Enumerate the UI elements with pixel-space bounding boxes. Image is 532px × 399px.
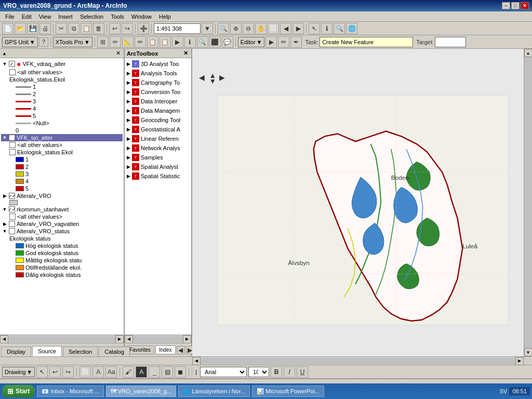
- start-button[interactable]: ⊞ Start: [2, 385, 35, 397]
- toc-layer-vfk-sjo[interactable]: ▼ ✓ VFK_sjo_alter: [1, 134, 123, 141]
- map-scroll-right[interactable]: ▶: [515, 357, 524, 365]
- forward-button[interactable]: ▶: [292, 23, 304, 34]
- toc-leg-5[interactable]: 5: [1, 112, 123, 119]
- map-vscrollbar[interactable]: ▲ ▼: [524, 49, 532, 356]
- atool-scroll-track[interactable]: [133, 336, 183, 342]
- toc-layer-vfk-vdraq[interactable]: ▼ ● VFK_vdraq_alter: [1, 59, 123, 69]
- magnify-button[interactable]: 🔍: [218, 23, 229, 34]
- bold-button[interactable]: B: [271, 366, 282, 378]
- scale-dropdown[interactable]: ▼: [202, 23, 213, 34]
- gps-unit-dropdown[interactable]: GPS Unit ▼: [2, 37, 38, 47]
- drawing-paint-btn[interactable]: 🖌: [123, 366, 134, 378]
- tb2-btn5[interactable]: 📋: [147, 36, 158, 48]
- drawing-rect-btn[interactable]: ⬜: [79, 366, 91, 378]
- toc-god[interactable]: God ekologisk status: [1, 249, 123, 257]
- menu-selection[interactable]: Selection: [77, 12, 107, 21]
- toc-leg-1[interactable]: 1: [1, 83, 123, 90]
- tab-selection[interactable]: Selection: [63, 347, 98, 356]
- tool-cartography[interactable]: ▶ T Cartography To: [126, 78, 190, 87]
- toc-ekologisk-2[interactable]: Ekologisk_status.Ekol: [1, 149, 123, 156]
- toc-alteralv-status[interactable]: ▼ Alteralv_VRO_status: [1, 228, 123, 235]
- open-button[interactable]: 📂: [15, 23, 26, 34]
- toc-dalig[interactable]: Dålig ekologisk status: [1, 271, 123, 278]
- menu-view[interactable]: View: [36, 12, 55, 21]
- tool-spatial-stats[interactable]: ▶ T Spatial Statistic: [126, 171, 190, 181]
- vscroll-down-btn[interactable]: ▼: [524, 348, 533, 356]
- menu-edit[interactable]: Edit: [19, 12, 35, 21]
- tool-geostatistical[interactable]: ▶ T Geostatistical A: [126, 125, 190, 134]
- tab-source[interactable]: Source: [32, 346, 62, 356]
- toc-cb-vagvatten[interactable]: [9, 221, 15, 227]
- toc-sjo-5[interactable]: 5: [1, 185, 123, 192]
- toc-all-other-3[interactable]: <all other values>: [1, 213, 123, 220]
- editor-pencil-btn[interactable]: ✏: [278, 36, 289, 48]
- map-scroll-track[interactable]: [201, 358, 515, 364]
- toc-scroll-left[interactable]: ◀: [0, 335, 8, 343]
- tb2-btn1[interactable]: ⊞: [97, 36, 109, 48]
- tb2-btn4[interactable]: ✏: [135, 36, 146, 48]
- tool-data-mgmt[interactable]: ▶ T Data Managem: [126, 106, 190, 115]
- tool-analysis[interactable]: ▶ T Analysis Tools: [126, 69, 190, 78]
- arctoolbox-tab-index[interactable]: Index: [155, 345, 175, 354]
- paste-button[interactable]: 📋: [81, 23, 92, 34]
- tb2-btn9[interactable]: 🔍: [197, 36, 208, 48]
- map-scroll-left[interactable]: ◀: [192, 357, 201, 365]
- toc-checkbox-vfk-vdraq[interactable]: [9, 61, 15, 67]
- toc-content[interactable]: ▼ ● VFK_vdraq_alter <all other values> E…: [0, 58, 124, 335]
- editor-play-btn[interactable]: ▶: [265, 36, 277, 48]
- menu-help[interactable]: Help: [156, 12, 174, 21]
- toc-cb-all3[interactable]: [9, 214, 16, 220]
- drawing-text-btn[interactable]: A: [92, 366, 104, 378]
- toc-sjo-3[interactable]: 3: [1, 170, 123, 178]
- map-viewport[interactable]: Boden Luleå Älvsbyn Piteå ◀ ▲ ▼ ▶: [192, 49, 524, 356]
- save-button[interactable]: 💾: [27, 23, 38, 34]
- drawing-redo-btn[interactable]: ↪: [62, 366, 74, 378]
- scale-input[interactable]: [154, 23, 201, 34]
- toc-leg-4[interactable]: 4: [1, 105, 123, 112]
- select-button[interactable]: ↖: [309, 23, 320, 34]
- toc-cb-rkommun[interactable]: ✓: [9, 206, 15, 212]
- toc-all-other-2[interactable]: <all other values>: [1, 141, 123, 149]
- xtools-dropdown[interactable]: XTools Pro ▼: [53, 37, 92, 47]
- font-name-select[interactable]: Arial: [200, 367, 247, 377]
- toc-cb-all2[interactable]: [9, 142, 16, 148]
- tool-data-interop[interactable]: ▶ T Data Interoper: [126, 97, 190, 106]
- toc-scroll-track[interactable]: [8, 336, 115, 342]
- tb2-btn11[interactable]: 💬: [222, 36, 233, 48]
- print-button[interactable]: 🖨: [39, 23, 51, 34]
- tool-3d-analyst[interactable]: ▶ T 3D Analyst Too: [126, 59, 190, 69]
- map-hscrollbar[interactable]: ◀ ▶: [0, 356, 532, 365]
- delete-button[interactable]: 🗑: [93, 23, 104, 34]
- tool-geocoding[interactable]: ▶ T Geocoding Tool: [126, 115, 190, 125]
- undo-button[interactable]: ↩: [109, 23, 121, 34]
- task-input[interactable]: [320, 37, 413, 47]
- atool-scroll-left[interactable]: ◀: [125, 335, 133, 343]
- toc-cb-status[interactable]: [9, 228, 15, 234]
- drawing-cursor-btn[interactable]: ↖: [36, 366, 48, 378]
- gps-help-button[interactable]: ?: [39, 37, 48, 47]
- redo-button[interactable]: ↪: [122, 23, 133, 34]
- map-container[interactable]: Boden Luleå Älvsbyn Piteå ◀ ▲ ▼ ▶: [192, 49, 532, 356]
- toc-alteralv[interactable]: ▶ ✓ Alteralv_VRO: [1, 192, 123, 200]
- tool-conversion[interactable]: ▶ T Conversion Too: [126, 87, 190, 97]
- tb2-btn7[interactable]: ▶: [172, 36, 183, 48]
- drawing-shadow-btn[interactable]: ◼: [175, 366, 186, 378]
- copy-button[interactable]: ⧉: [68, 23, 79, 34]
- tool-spatial-analyst[interactable]: ▶ T Spatial Analyst: [126, 162, 190, 171]
- menu-tools[interactable]: Tools: [108, 12, 127, 21]
- toc-leg-0[interactable]: 0: [1, 127, 123, 134]
- taskbar-item-arcmap[interactable]: 🗺 VRO_varen2008_g...: [106, 385, 176, 397]
- tb2-btn10[interactable]: ⬛: [209, 36, 221, 48]
- menu-window[interactable]: Window: [128, 12, 155, 21]
- full-extent-button[interactable]: ⬜: [268, 23, 279, 34]
- toc-otillfreds[interactable]: Otillfredställande ekol.: [1, 264, 123, 271]
- tb2-btn8[interactable]: ℹ: [184, 36, 196, 48]
- toc-hog[interactable]: Hög ekologisk status: [1, 242, 123, 249]
- drawing-color-btn[interactable]: A: [136, 366, 147, 378]
- toc-leg-null[interactable]: <Null>: [1, 119, 123, 127]
- menu-insert[interactable]: Insert: [55, 12, 76, 21]
- italic-button[interactable]: I: [284, 366, 295, 378]
- atool-scroll-right[interactable]: ▶: [183, 335, 191, 343]
- arctoolbox-tab-favorites[interactable]: Favorites: [126, 345, 154, 354]
- toc-leg-2[interactable]: 2: [1, 90, 123, 98]
